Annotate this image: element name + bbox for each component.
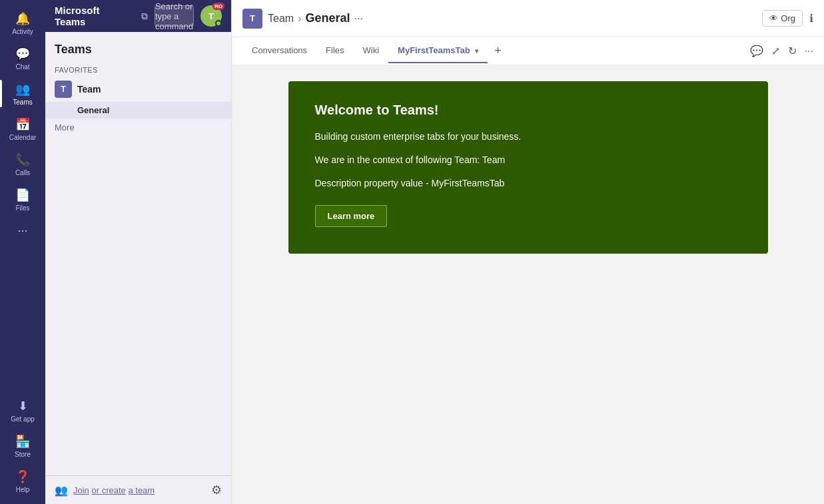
favorites-label: Favorites <box>45 62 231 77</box>
channel-header-right: 👁 Org ℹ <box>762 10 813 27</box>
help-label: Help <box>16 486 30 493</box>
activity-label: Activity <box>12 28 33 35</box>
learn-more-button[interactable]: Learn more <box>315 205 388 227</box>
join-suffix: a team <box>128 485 155 495</box>
chat-icon: 💬 <box>15 46 31 62</box>
join-team-icon: 👥 <box>55 484 68 497</box>
files-icon: 📄 <box>15 187 31 203</box>
welcome-title: Welcome to Teams! <box>315 103 741 118</box>
breadcrumb-separator: › <box>298 13 301 25</box>
tab-conversations[interactable]: Conversations <box>242 39 316 63</box>
sidebar-item-calendar[interactable]: 📅 Calendar <box>0 111 45 146</box>
store-icon: 🏪 <box>15 433 31 449</box>
search-bar[interactable]: Search or type a command <box>155 5 194 27</box>
sidebar-item-chat[interactable]: 💬 Chat <box>0 41 45 76</box>
avatar[interactable]: T RO <box>201 5 222 27</box>
status-dot <box>215 20 222 27</box>
teams-icon: 👥 <box>15 81 31 97</box>
refresh-icon[interactable]: ↻ <box>788 45 797 57</box>
compose-icon[interactable]: 💬 <box>750 45 763 57</box>
team-name: Team <box>77 84 208 95</box>
more-label[interactable]: More <box>45 119 231 136</box>
tab-myfirstteamstab[interactable]: MyFirstTeamsTab ▾ <box>388 39 488 63</box>
org-button[interactable]: 👁 Org <box>762 10 803 27</box>
sidebar-item-activity[interactable]: 🔔 Activity <box>0 5 45 41</box>
sidebar-item-help[interactable]: ❓ Help <box>8 463 37 499</box>
topbar-right: T RO <box>201 5 222 27</box>
help-icon: ❓ <box>15 469 31 485</box>
notification-badge: RO <box>212 3 224 10</box>
calendar-icon: 📅 <box>15 117 31 132</box>
tab-wiki[interactable]: Wiki <box>354 39 389 63</box>
sidebar-item-files[interactable]: 📄 Files <box>0 182 45 217</box>
create-link[interactable]: create <box>102 485 126 495</box>
tab-bar: Conversations Files Wiki MyFirstTeamsTab… <box>232 37 824 65</box>
channel-team-avatar: T <box>242 9 262 29</box>
add-tab-button[interactable]: + <box>488 37 508 65</box>
welcome-line3: Description property value - MyFirstTeam… <box>315 176 741 190</box>
sidebar-item-store[interactable]: 🏪 Store <box>8 428 37 463</box>
sidebar-header: Teams <box>45 32 231 62</box>
channel-options-icon[interactable]: ··· <box>354 13 363 25</box>
sidebar: Microsoft Teams ⧉ Search or type a comma… <box>45 0 232 504</box>
more-icon: ··· <box>15 222 31 238</box>
search-placeholder: Search or type a command <box>155 1 193 31</box>
manage-teams-icon[interactable]: ⚙ <box>211 483 222 497</box>
calls-icon: 📞 <box>15 152 31 168</box>
sidebar-item-more[interactable]: ··· <box>0 217 45 245</box>
welcome-line1: Building custom enterprise tabs for your… <box>315 130 741 144</box>
calls-label: Calls <box>15 169 30 176</box>
tab-files[interactable]: Files <box>316 39 353 63</box>
sidebar-title: Teams <box>55 43 92 57</box>
sidebar-footer: 👥 Join or create a team ⚙ <box>45 475 231 504</box>
join-link[interactable]: Join <box>73 485 89 495</box>
breadcrumb: Team › General ··· <box>268 11 757 25</box>
team-avatar: T <box>55 81 72 98</box>
channel-header: T Team › General ··· 👁 Org ℹ <box>232 0 824 37</box>
calendar-label: Calendar <box>9 134 37 141</box>
welcome-line2: We are in the context of following Team:… <box>315 153 741 167</box>
org-label: Org <box>781 13 795 23</box>
main-content: T Team › General ··· 👁 Org ℹ Conversatio… <box>232 0 824 504</box>
expand-icon[interactable]: ⤢ <box>771 45 780 57</box>
app-title: Microsoft Teams <box>55 5 129 27</box>
files-label: Files <box>15 204 29 212</box>
store-label: Store <box>15 451 31 458</box>
breadcrumb-team: Team <box>268 13 294 25</box>
team-row[interactable]: T Team ··· <box>45 77 231 102</box>
channel-general[interactable]: General <box>45 102 231 119</box>
breadcrumb-channel: General <box>305 11 350 25</box>
avatar-initials: T <box>208 11 214 21</box>
content-area: Welcome to Teams! Building custom enterp… <box>232 65 824 504</box>
tab-dropdown-icon[interactable]: ▾ <box>475 47 478 55</box>
get-app-label: Get app <box>11 415 35 423</box>
welcome-card: Welcome to Teams! Building custom enterp… <box>288 81 768 254</box>
teams-label: Teams <box>13 99 32 106</box>
more-options-icon[interactable]: ··· <box>805 45 813 57</box>
sidebar-item-get-app[interactable]: ⬇ Get app <box>8 393 37 428</box>
chat-label: Chat <box>15 63 29 71</box>
icon-rail: 🔔 Activity 💬 Chat 👥 Teams 📅 Calendar 📞 C… <box>0 0 45 504</box>
topbar: Microsoft Teams ⧉ Search or type a comma… <box>45 0 231 32</box>
info-icon[interactable]: ℹ <box>809 12 813 25</box>
join-or-create-team[interactable]: Join or create a team <box>73 485 206 495</box>
org-eye-icon: 👁 <box>769 13 778 23</box>
sidebar-item-teams[interactable]: 👥 Teams <box>0 76 45 111</box>
join-or-text: or <box>91 485 101 495</box>
sidebar-item-calls[interactable]: 📞 Calls <box>0 146 45 182</box>
tab-bar-actions: 💬 ⤢ ↻ ··· <box>750 45 813 57</box>
activity-icon: 🔔 <box>15 11 31 27</box>
channel-name: General <box>77 105 109 115</box>
get-app-icon: ⬇ <box>15 398 31 414</box>
popout-icon[interactable]: ⧉ <box>141 11 148 22</box>
